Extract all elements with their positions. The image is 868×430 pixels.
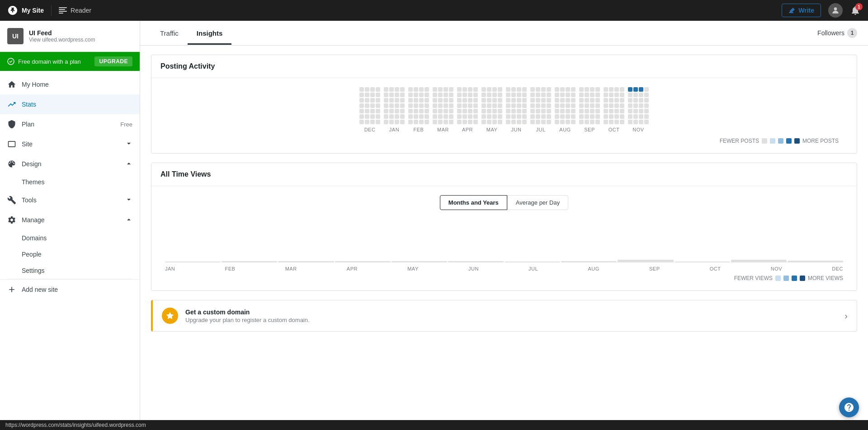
months-years-button[interactable]: Months and Years: [440, 195, 507, 210]
grid-cell: [384, 93, 388, 97]
grid-cell: [620, 98, 624, 103]
grid-cell: [487, 103, 491, 108]
sidebar-item-my-home[interactable]: My Home: [0, 75, 140, 94]
site-info: UI Feed View uifeed.wordpress.com: [29, 29, 95, 43]
grid-cell: [462, 120, 467, 124]
grid-cell: [370, 87, 375, 92]
grid-cell: [639, 120, 643, 124]
month-grid-dec: [359, 87, 380, 124]
grid-cell: [389, 87, 394, 92]
grid-cell: [590, 120, 594, 124]
grid-cell: [566, 120, 570, 124]
grid-cell: [585, 93, 589, 97]
write-icon: [788, 7, 796, 14]
domains-label: Domains: [22, 234, 47, 242]
grid-cell: [633, 87, 638, 92]
grid-cell: [498, 120, 502, 124]
grid-cell: [633, 103, 638, 108]
activity-month-nov: NOV: [628, 87, 649, 132]
user-avatar[interactable]: [828, 3, 843, 18]
grid-cell: [585, 98, 589, 103]
legend-box-0: [762, 138, 767, 144]
grid-cell: [462, 87, 467, 92]
month-label: MAR: [437, 127, 449, 132]
sidebar-item-settings[interactable]: Settings: [0, 262, 140, 279]
sidebar-item-themes[interactable]: Themes: [0, 174, 140, 190]
grid-cell: [639, 103, 643, 108]
grid-cell: [438, 114, 443, 119]
grid-cell: [457, 114, 462, 119]
activity-month-feb: FEB: [408, 87, 429, 132]
grid-cell: [566, 114, 570, 119]
sidebar-item-tools[interactable]: Tools: [0, 190, 140, 210]
grid-cell: [628, 93, 632, 97]
notifications-button[interactable]: 1: [850, 5, 861, 16]
write-button[interactable]: Write: [782, 4, 821, 17]
grid-cell: [498, 103, 502, 108]
sidebar-item-people[interactable]: People: [0, 246, 140, 262]
sidebar-item-domains[interactable]: Domains: [0, 230, 140, 246]
tab-insights[interactable]: Insights: [188, 21, 232, 45]
add-new-site-label: Add new site: [22, 286, 58, 293]
grid-cell: [408, 109, 413, 113]
sidebar-item-manage[interactable]: Manage: [0, 210, 140, 230]
grid-cell: [511, 98, 516, 103]
grid-cell: [433, 87, 437, 92]
grid-cell: [370, 93, 375, 97]
views-legend-box-3: [792, 276, 797, 281]
activity-month-mar: MAR: [433, 87, 453, 132]
status-url: https://wordpress.com/stats/insights/uif…: [5, 422, 146, 428]
grid-cell: [595, 109, 600, 113]
grid-cell: [365, 98, 369, 103]
grid-cell: [481, 93, 486, 97]
grid-cell: [419, 87, 424, 92]
grid-cell: [530, 109, 535, 113]
month-label: JUN: [511, 127, 522, 132]
posting-activity-title: Posting Activity: [151, 55, 857, 78]
grid-cell: [443, 93, 448, 97]
grid-cell: [449, 109, 453, 113]
my-site-nav[interactable]: My Site: [7, 5, 52, 16]
tab-traffic[interactable]: Traffic: [151, 21, 188, 45]
grid-cell: [395, 114, 399, 119]
manage-icon: [7, 215, 16, 224]
avg-per-day-button[interactable]: Average per Day: [507, 195, 568, 210]
grid-cell: [468, 98, 472, 103]
activity-month-sep: SEP: [579, 87, 600, 132]
grid-cell: [571, 87, 576, 92]
month-grid-jan: [384, 87, 405, 124]
chart-bar: [335, 261, 391, 262]
sidebar-item-site[interactable]: Site: [0, 134, 140, 154]
grid-cell: [633, 98, 638, 103]
banner-chevron-icon[interactable]: ›: [844, 311, 848, 321]
grid-cell: [408, 114, 413, 119]
chart-month-label: FEB: [225, 266, 236, 271]
help-button[interactable]: [839, 397, 859, 417]
chart-bar: [788, 261, 843, 262]
grid-cell: [560, 103, 565, 108]
add-new-site-button[interactable]: Add new site: [0, 279, 140, 299]
circle-check-icon: [7, 58, 14, 65]
sidebar-item-plan[interactable]: Plan Free: [0, 114, 140, 134]
site-url[interactable]: View uifeed.wordpress.com: [29, 37, 95, 43]
grid-cell: [590, 103, 594, 108]
themes-label: Themes: [22, 178, 45, 186]
reader-nav[interactable]: Reader: [52, 7, 99, 14]
grid-cell: [511, 120, 516, 124]
grid-cell: [614, 114, 619, 119]
main-layout: UI UI Feed View uifeed.wordpress.com Fre…: [0, 21, 868, 430]
grid-cell: [389, 98, 394, 103]
plan-icon: [7, 120, 16, 129]
grid-cell: [595, 103, 600, 108]
grid-cell: [541, 93, 546, 97]
grid-cell: [376, 87, 380, 92]
grid-cell: [530, 87, 535, 92]
grid-cell: [566, 87, 570, 92]
grid-cell: [408, 103, 413, 108]
sidebar-item-design[interactable]: Design: [0, 154, 140, 174]
upgrade-button[interactable]: UPGRADE: [94, 56, 132, 66]
sidebar-item-stats[interactable]: Stats: [0, 94, 140, 114]
grid-cell: [492, 98, 497, 103]
grid-cell: [457, 109, 462, 113]
free-domain-banner[interactable]: Free domain with a plan UPGRADE: [0, 52, 140, 71]
